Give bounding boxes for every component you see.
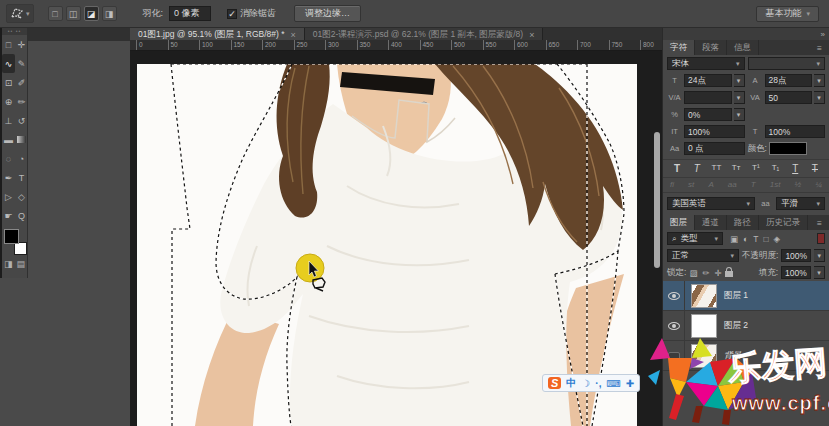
ot-alt-icon[interactable]: ¼ — [815, 180, 822, 189]
lock-transparency-icon[interactable]: ▨ — [689, 268, 697, 278]
faux-italic-button[interactable]: T — [689, 163, 705, 174]
subtract-selection-icon[interactable]: ◪ — [84, 6, 99, 21]
layer-row-background[interactable]: 背景 — [663, 341, 829, 371]
eyedropper-tool-icon[interactable]: ✐ — [15, 73, 28, 92]
layer-name[interactable]: 图层 2 — [724, 320, 748, 332]
ime-mode-chinese[interactable]: 中 — [566, 376, 576, 390]
hand-tool-icon[interactable]: ☛ — [2, 206, 15, 225]
tab-character[interactable]: 字符 — [663, 40, 695, 55]
tab-history[interactable]: 历史记录 — [759, 215, 808, 230]
layer-thumbnail[interactable] — [691, 284, 717, 308]
screen-mode-icon[interactable]: ▤ — [17, 259, 26, 269]
marquee-tool-icon[interactable]: □ — [2, 35, 15, 54]
all-caps-button[interactable]: TT — [708, 163, 724, 174]
layer-name[interactable]: 背景 — [724, 350, 741, 362]
leading-input[interactable]: 28点 — [765, 74, 813, 87]
tracking-input[interactable]: 50 — [765, 91, 813, 104]
new-selection-icon[interactable]: □ — [48, 6, 63, 21]
canvas-vertical-scrollbar[interactable] — [654, 132, 660, 268]
intersect-selection-icon[interactable]: ◨ — [102, 6, 117, 21]
eraser-tool-icon[interactable]: ▬ — [2, 130, 15, 149]
ot-titling-icon[interactable]: T — [751, 180, 756, 189]
vertical-scale-input[interactable]: 100% — [684, 125, 745, 138]
caret-down-icon[interactable]: ▾ — [814, 266, 825, 279]
tab-close-icon[interactable]: × — [529, 30, 534, 40]
visibility-toggle[interactable] — [663, 281, 685, 310]
filter-shape-icon[interactable]: □ — [763, 234, 768, 244]
layer-name[interactable]: 图层 1 — [724, 290, 748, 302]
tool-preset-caret-icon[interactable]: ▾ — [26, 10, 30, 18]
foreground-color-swatch[interactable] — [4, 229, 19, 244]
font-style-select[interactable]: ▾ — [748, 57, 826, 70]
small-caps-button[interactable]: Tᴛ — [728, 163, 744, 174]
lock-image-icon[interactable]: ✏ — [702, 268, 709, 278]
horizontal-scale-input[interactable]: 100% — [765, 125, 826, 138]
proportional-spacing-input[interactable]: 0% — [684, 108, 732, 121]
strikethrough-button[interactable]: T — [807, 163, 823, 174]
ot-stylistic-icon[interactable]: aa — [728, 180, 737, 189]
quick-selection-tool-icon[interactable]: ✎ — [15, 54, 28, 73]
clone-stamp-tool-icon[interactable]: ⊥ — [2, 111, 15, 130]
tab-paragraph[interactable]: 段落 — [695, 40, 727, 55]
zoom-tool-icon[interactable]: Q — [15, 206, 28, 225]
ot-fraction-icon[interactable]: ½ — [795, 180, 802, 189]
subscript-button[interactable]: T₁ — [768, 163, 784, 174]
layer-filter-toggle[interactable] — [817, 233, 825, 244]
tab-channels[interactable]: 通道 — [695, 215, 727, 230]
active-tool-badge[interactable]: ▾ — [6, 4, 34, 23]
ime-toolbox-icon[interactable]: ✚ — [626, 378, 634, 389]
caret-down-icon[interactable]: ▾ — [734, 108, 745, 121]
dodge-tool-icon[interactable]: ◔ — [15, 149, 28, 168]
blur-tool-icon[interactable]: ◌ — [2, 149, 15, 168]
filter-adjustment-icon[interactable]: ◐ — [743, 234, 748, 244]
visibility-toggle[interactable] — [663, 311, 685, 340]
layer-row-1[interactable]: 图层 1 — [663, 281, 829, 311]
baseline-shift-input[interactable]: 0 点 — [684, 142, 745, 155]
layer-thumbnail[interactable] — [691, 314, 717, 338]
toolbox-grip[interactable]: •• •• — [2, 28, 27, 35]
refine-edge-button[interactable]: 调整边缘… — [294, 5, 361, 22]
font-size-input[interactable]: 24点 — [684, 74, 732, 87]
tab-paths[interactable]: 路径 — [727, 215, 759, 230]
feather-input[interactable]: 0 像素 — [169, 6, 211, 21]
panel-menu-icon[interactable]: ≡ — [810, 40, 829, 55]
blend-mode-select[interactable]: 正常 ▾ — [667, 249, 739, 262]
pen-tool-icon[interactable]: ✒ — [2, 168, 15, 187]
brush-tool-icon[interactable]: ✏ — [15, 92, 28, 111]
panel-menu-icon[interactable]: ≡ — [810, 215, 829, 230]
ot-ligature-icon[interactable]: fi — [670, 180, 674, 189]
history-brush-tool-icon[interactable]: ↺ — [15, 111, 28, 130]
tab-close-icon[interactable]: × — [291, 30, 296, 40]
shape-tool-icon[interactable]: ◇ — [15, 187, 28, 206]
underline-button[interactable]: T — [787, 163, 803, 174]
crop-tool-icon[interactable]: ⊡ — [2, 73, 15, 92]
opacity-input[interactable]: 100% — [781, 249, 811, 262]
text-color-swatch[interactable] — [769, 142, 807, 155]
move-tool-icon[interactable]: ✛ — [15, 35, 28, 54]
type-tool-icon[interactable]: T — [15, 168, 28, 187]
caret-down-icon[interactable]: ▾ — [814, 91, 825, 104]
ime-keyboard-icon[interactable]: ⌨ — [606, 378, 620, 389]
kerning-input[interactable] — [684, 91, 732, 104]
language-select[interactable]: 美国英语 ▾ — [667, 197, 755, 210]
canvas-area[interactable]: 0501001502002503003504004505005506006507… — [130, 40, 662, 426]
tab-info[interactable]: 信息 — [727, 40, 759, 55]
faux-bold-button[interactable]: T — [669, 163, 685, 174]
superscript-button[interactable]: T¹ — [748, 163, 764, 174]
layer-thumbnail[interactable] — [691, 344, 717, 368]
caret-down-icon[interactable]: ▾ — [734, 91, 745, 104]
layer-filter-kind-select[interactable]: ⌕ 类型 ▾ — [667, 232, 723, 245]
fill-input[interactable]: 100% — [781, 266, 811, 279]
quick-mask-icon[interactable]: ◨ — [4, 259, 13, 269]
tab-layers[interactable]: 图层 — [663, 215, 695, 230]
caret-down-icon[interactable]: ▾ — [814, 249, 825, 262]
ot-swash-icon[interactable]: A — [708, 180, 713, 189]
visibility-toggle[interactable] — [663, 341, 685, 370]
sogou-logo-icon[interactable]: S — [548, 377, 561, 389]
filter-type-icon[interactable]: T — [753, 234, 758, 244]
workspace-switcher-button[interactable]: 基本功能 ▾ — [756, 6, 819, 22]
lock-position-icon[interactable]: ✛ — [715, 268, 722, 278]
antialias-mode-select[interactable]: 平滑 ▾ — [776, 197, 825, 210]
ot-contextual-icon[interactable]: st — [688, 180, 694, 189]
antialias-checkbox[interactable]: ✓ — [227, 9, 237, 19]
